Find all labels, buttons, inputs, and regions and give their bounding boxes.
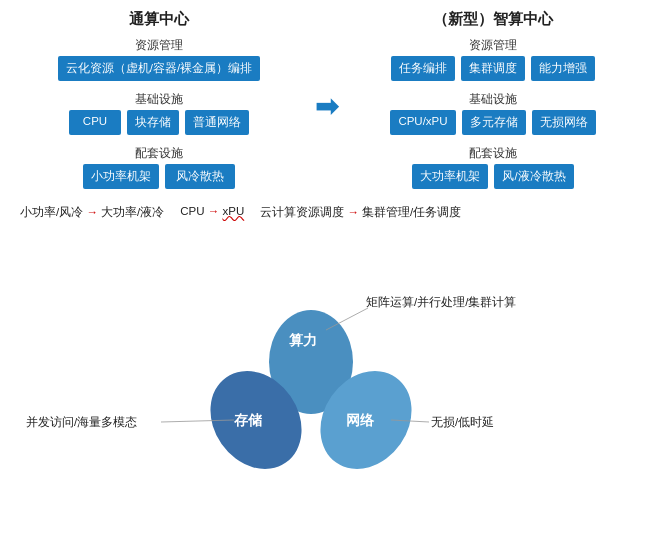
left-title: 通算中心 [20, 10, 298, 29]
bottom-left-diagram-label: 并发访问/海量多模态 [26, 415, 137, 430]
right-support-section: 配套设施 大功率机架 风/液冷散热 [354, 145, 632, 189]
left-infra-section: 基础设施 CPU 块存储 普通网络 [20, 91, 298, 135]
notes-row: 小功率/风冷 → 大功率/液冷 CPU → xPU 云计算资源调度 → 集群管理… [12, 201, 640, 224]
left-infra-box-1: 块存储 [127, 110, 179, 135]
left-infra-box-0: CPU [69, 110, 121, 135]
note-1: CPU → xPU [180, 205, 244, 217]
right-title: （新型）智算中心 [354, 10, 632, 29]
right-resource-box-0: 任务编排 [391, 56, 455, 81]
diagram-svg [16, 290, 636, 475]
right-infra-box-1: 多元存储 [462, 110, 526, 135]
left-resource-box-0: 云化资源（虚机/容器/裸金属）编排 [58, 56, 260, 81]
left-support-box-1: 风冷散热 [165, 164, 235, 189]
bottom-right-diagram-label: 无损/低时延 [431, 415, 494, 430]
right-resource-box-1: 集群调度 [461, 56, 525, 81]
top-diagram-label: 矩阵运算/并行处理/集群计算 [366, 295, 516, 310]
diagram-section: 算力 存储 网络 矩阵运算/并行处理/集群计算 并发访问/海量多模态 无损/低时… [12, 234, 640, 531]
left-resource-section: 资源管理 云化资源（虚机/容器/裸金属）编排 [20, 37, 298, 81]
right-support-label: 配套设施 [354, 145, 632, 162]
bottom-left-leaf-label: 存储 [234, 412, 262, 430]
right-infra-box-2: 无损网络 [532, 110, 596, 135]
left-support-boxes: 小功率机架 风冷散热 [20, 164, 298, 189]
note-0: 小功率/风冷 → 大功率/液冷 [20, 205, 164, 220]
right-infra-boxes: CPU/xPU 多元存储 无损网络 [354, 110, 632, 135]
note-2: 云计算资源调度 → 集群管理/任务调度 [260, 205, 461, 220]
left-infra-boxes: CPU 块存储 普通网络 [20, 110, 298, 135]
bottom-right-leaf-label: 网络 [346, 412, 374, 430]
right-support-boxes: 大功率机架 风/液冷散热 [354, 164, 632, 189]
left-resource-label: 资源管理 [20, 37, 298, 54]
left-support-section: 配套设施 小功率机架 风冷散热 [20, 145, 298, 189]
right-support-box-1: 风/液冷散热 [494, 164, 573, 189]
left-infra-box-2: 普通网络 [185, 110, 249, 135]
right-support-box-0: 大功率机架 [412, 164, 488, 189]
right-infra-box-0: CPU/xPU [390, 110, 455, 135]
center-arrow: ➡ [306, 90, 346, 123]
right-infra-section: 基础设施 CPU/xPU 多元存储 无损网络 [354, 91, 632, 135]
top-leaf-label: 算力 [289, 332, 317, 350]
left-support-box-0: 小功率机架 [83, 164, 159, 189]
right-resource-boxes: 任务编排 集群调度 能力增强 [354, 56, 632, 81]
right-resource-box-2: 能力增强 [531, 56, 595, 81]
right-resource-label: 资源管理 [354, 37, 632, 54]
right-infra-label: 基础设施 [354, 91, 632, 108]
left-infra-label: 基础设施 [20, 91, 298, 108]
right-resource-section: 资源管理 任务编排 集群调度 能力增强 [354, 37, 632, 81]
left-support-label: 配套设施 [20, 145, 298, 162]
right-arrow-icon: ➡ [315, 90, 338, 123]
left-resource-boxes: 云化资源（虚机/容器/裸金属）编排 [20, 56, 298, 81]
